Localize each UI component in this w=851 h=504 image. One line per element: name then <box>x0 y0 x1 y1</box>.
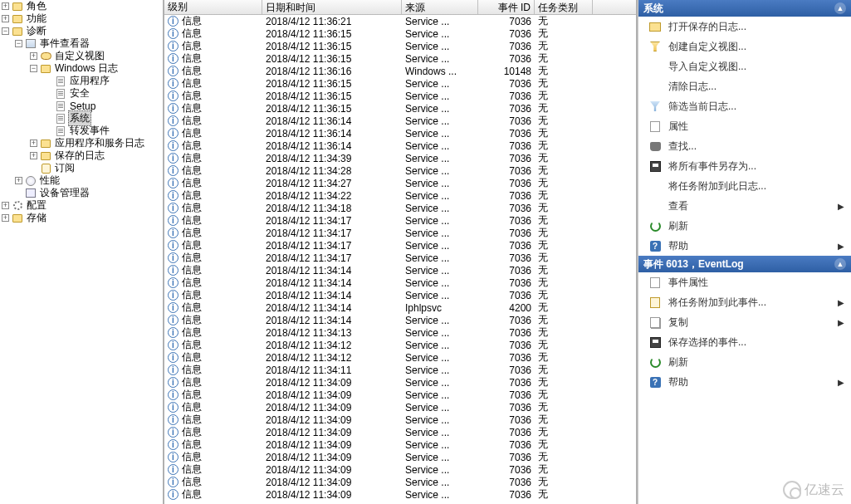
table-row[interactable]: i信息2018/4/12 11:36:15Service ...7036无 <box>164 77 636 90</box>
table-row[interactable]: i信息2018/4/12 11:34:17Service ...7036无 <box>164 227 636 239</box>
action-item[interactable]: 属性 <box>638 116 851 136</box>
expander-icon[interactable]: + <box>30 139 37 147</box>
action-item[interactable]: 创建自定义视图... <box>638 37 851 56</box>
expander-icon[interactable]: + <box>2 214 9 222</box>
tree-item[interactable]: 系统 <box>0 112 163 125</box>
action-item[interactable]: 导入自定义视图... <box>638 56 851 76</box>
action-header-system[interactable]: 系统 ▲ <box>638 0 851 17</box>
expander-icon[interactable]: − <box>2 27 9 35</box>
collapse-icon[interactable]: ▲ <box>834 258 846 270</box>
tree-item[interactable]: 订阅 <box>0 162 163 174</box>
action-item[interactable]: 刷新 <box>638 352 851 372</box>
tree-item[interactable]: −事件查看器 <box>0 37 163 50</box>
action-item[interactable]: 事件属性 <box>638 272 851 292</box>
table-row[interactable]: i信息2018/4/12 11:34:14Service ...7036无 <box>164 264 636 276</box>
table-row[interactable]: i信息2018/4/12 11:34:09Service ...7036无 <box>164 488 636 501</box>
table-row[interactable]: i信息2018/4/12 11:34:17Service ...7036无 <box>164 239 636 252</box>
table-row[interactable]: i信息2018/4/12 11:36:15Service ...7036无 <box>164 40 636 52</box>
action-item[interactable]: 保存选择的事件... <box>638 332 851 352</box>
tree-item[interactable]: 安全 <box>0 87 163 100</box>
action-item[interactable]: 查找... <box>638 136 851 156</box>
expander-icon[interactable]: + <box>2 15 9 22</box>
table-row[interactable]: i信息2018/4/12 11:34:17Service ...7036无 <box>164 214 636 227</box>
tree-item[interactable]: +角色 <box>0 0 163 12</box>
expander-icon[interactable]: + <box>2 202 9 209</box>
tree-item[interactable]: +功能 <box>0 12 163 25</box>
table-row[interactable]: i信息2018/4/12 11:36:14Service ...7036无 <box>164 139 636 152</box>
table-row[interactable]: i信息2018/4/12 11:34:28Service ...7036无 <box>164 164 636 177</box>
table-row[interactable]: i信息2018/4/12 11:36:14Service ...7036无 <box>164 115 636 127</box>
tree-item[interactable]: +保存的日志 <box>0 149 163 162</box>
table-row[interactable]: i信息2018/4/12 11:36:16Windows ...10148无 <box>164 65 636 77</box>
expander-icon[interactable]: − <box>30 65 37 72</box>
table-row[interactable]: i信息2018/4/12 11:36:15Service ...7036无 <box>164 52 636 65</box>
action-item[interactable]: ?帮助▶ <box>638 372 851 392</box>
table-row[interactable]: i信息2018/4/12 11:34:09Service ...7036无 <box>164 426 636 438</box>
table-row[interactable]: i信息2018/4/12 11:34:27Service ...7036无 <box>164 177 636 189</box>
table-row[interactable]: i信息2018/4/12 11:34:39Service ...7036无 <box>164 152 636 164</box>
collapse-icon[interactable]: ▲ <box>834 2 846 14</box>
col-header-source[interactable]: 来源 <box>402 0 478 14</box>
action-item[interactable]: 刷新 <box>638 216 851 236</box>
expander-icon[interactable]: + <box>30 152 37 159</box>
table-row[interactable]: i信息2018/4/12 11:34:14Service ...7036无 <box>164 276 636 289</box>
cell-id: 7036 <box>478 203 535 214</box>
table-row[interactable]: i信息2018/4/12 11:36:21Service ...7036无 <box>164 15 636 27</box>
table-row[interactable]: i信息2018/4/12 11:34:12Service ...7036无 <box>164 351 636 364</box>
expander-icon[interactable]: − <box>15 40 22 47</box>
table-row[interactable]: i信息2018/4/12 11:34:11Service ...7036无 <box>164 364 636 376</box>
action-header-event[interactable]: 事件 6013，EventLog ▲ <box>638 256 851 272</box>
expander-icon[interactable]: + <box>30 52 37 60</box>
table-row[interactable]: i信息2018/4/12 11:34:13Service ...7036无 <box>164 326 636 339</box>
cell-task: 无 <box>535 487 593 502</box>
table-row[interactable]: i信息2018/4/12 11:34:18Service ...7036无 <box>164 202 636 214</box>
table-row[interactable]: i信息2018/4/12 11:34:09Service ...7036无 <box>164 451 636 463</box>
tree-item[interactable]: 应用程序 <box>0 75 163 87</box>
action-item[interactable]: 将任务附加到此日志... <box>638 176 851 196</box>
col-header-id[interactable]: 事件 ID <box>478 0 535 14</box>
table-row[interactable]: i信息2018/4/12 11:34:09Service ...7036无 <box>164 463 636 476</box>
tree-item[interactable]: 转发事件 <box>0 125 163 137</box>
tree-item[interactable]: −诊断 <box>0 25 163 37</box>
expander-icon[interactable]: + <box>2 2 9 10</box>
table-row[interactable]: i信息2018/4/12 11:34:14Service ...7036无 <box>164 314 636 326</box>
action-item[interactable]: 打开保存的日志... <box>638 17 851 37</box>
tree-item[interactable]: +配置 <box>0 199 163 212</box>
action-item[interactable]: 将所有事件另存为... <box>638 156 851 176</box>
action-item[interactable]: 查看▶ <box>638 196 851 216</box>
table-row[interactable]: i信息2018/4/12 11:34:09Service ...7036无 <box>164 389 636 401</box>
table-row[interactable]: i信息2018/4/12 11:36:15Service ...7036无 <box>164 102 636 115</box>
tree-item[interactable]: 设备管理器 <box>0 187 163 199</box>
tree-item[interactable]: −Windows 日志 <box>0 62 163 75</box>
table-row[interactable]: i信息2018/4/12 11:34:12Service ...7036无 <box>164 339 636 351</box>
action-item[interactable]: ?帮助▶ <box>638 236 851 256</box>
col-header-date[interactable]: 日期和时间 <box>262 0 402 14</box>
action-item[interactable]: 将任务附加到此事件...▶ <box>638 292 851 312</box>
info-icon: i <box>168 203 179 213</box>
tree-panel[interactable]: +角色+功能−诊断−事件查看器+自定义视图−Windows 日志应用程序安全Se… <box>0 0 164 504</box>
action-item[interactable]: 清除日志... <box>638 76 851 96</box>
table-row[interactable]: i信息2018/4/12 11:36:15Service ...7036无 <box>164 90 636 102</box>
tree-item[interactable]: +自定义视图 <box>0 50 163 62</box>
expander-icon[interactable]: + <box>15 177 22 184</box>
action-item[interactable]: 复制▶ <box>638 312 851 332</box>
tree-item[interactable]: +存储 <box>0 212 163 224</box>
tree-item[interactable]: +性能 <box>0 174 163 187</box>
table-row[interactable]: i信息2018/4/12 11:36:15Service ...7036无 <box>164 27 636 40</box>
table-row[interactable]: i信息2018/4/12 11:34:09Service ...7036无 <box>164 376 636 389</box>
cell-date: 2018/4/12 11:34:09 <box>262 452 402 463</box>
tree-item[interactable]: +应用程序和服务日志 <box>0 137 163 149</box>
table-row[interactable]: i信息2018/4/12 11:34:09Service ...7036无 <box>164 476 636 488</box>
table-row[interactable]: i信息2018/4/12 11:34:14Service ...7036无 <box>164 289 636 301</box>
table-row[interactable]: i信息2018/4/12 11:34:09Service ...7036无 <box>164 401 636 413</box>
col-header-level[interactable]: 级别 <box>164 0 262 14</box>
table-row[interactable]: i信息2018/4/12 11:34:14Iphlpsvc4200无 <box>164 301 636 314</box>
action-item[interactable]: 筛选当前日志... <box>638 96 851 116</box>
col-header-task[interactable]: 任务类别 <box>535 0 593 14</box>
table-row[interactable]: i信息2018/4/12 11:34:22Service ...7036无 <box>164 189 636 202</box>
table-row[interactable]: i信息2018/4/12 11:36:14Service ...7036无 <box>164 127 636 139</box>
table-row[interactable]: i信息2018/4/12 11:34:09Service ...7036无 <box>164 438 636 451</box>
table-row[interactable]: i信息2018/4/12 11:34:17Service ...7036无 <box>164 252 636 264</box>
event-list[interactable]: i信息2018/4/12 11:36:21Service ...7036无i信息… <box>164 15 636 504</box>
table-row[interactable]: i信息2018/4/12 11:34:09Service ...7036无 <box>164 413 636 426</box>
